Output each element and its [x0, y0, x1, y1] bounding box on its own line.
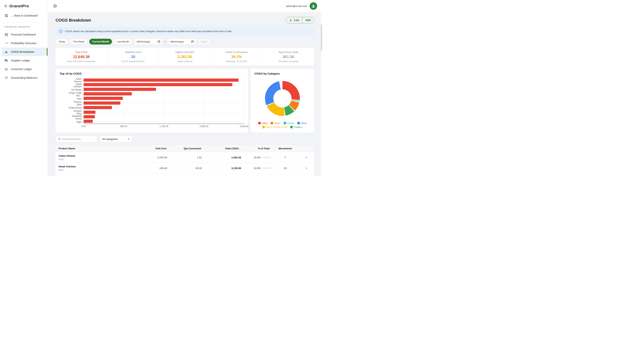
kpi-value: 39.2% [231, 55, 242, 59]
date-to-input[interactable]: dd/mm/yyyy [168, 38, 196, 45]
vertical-scrollbar[interactable] [320, 12, 322, 176]
sidebar: GranetPro ← Back to Dashboard FINANCIAL … [0, 0, 48, 176]
filter-row: Today This Week Current Month Last Month… [56, 38, 314, 45]
calendar-icon [191, 40, 194, 43]
top10-cogs-chart-card: Top 10 by COGS AdamCheeseSteakChickenHot… [56, 69, 248, 133]
col-total-cogs[interactable]: Total COGS ↓ [202, 147, 241, 150]
pct-text: 25.9% [254, 156, 261, 159]
col-unit-cost[interactable]: Unit Cost [134, 147, 167, 150]
export-csv-button[interactable]: CSV [286, 17, 302, 24]
user-avatar[interactable] [310, 2, 317, 10]
bar-Steak Chicken [84, 83, 232, 86]
kpi-label: Materials Used [125, 51, 141, 54]
total-cogs: 3,282.50 [202, 156, 241, 159]
kpi-avg-cost-per-order: Avg Cost per Order 361.38 35 orders in p… [262, 48, 314, 66]
table-row[interactable]: Steak Chicken Meat 105.00 30.00 3,150.00… [56, 163, 314, 173]
bar-Chicken Tikka [84, 111, 96, 114]
kpi-label: COGS % of Revenue [226, 51, 248, 54]
banner-text: COGS values are calculated using current… [65, 30, 232, 33]
bar-category-label: Eggs [60, 120, 84, 124]
table-row[interactable]: Adam Cheese Dairy 3,250.00 1.01 3,282.50… [56, 152, 314, 163]
bar-chart-title: Top 10 by COGS [60, 72, 244, 75]
bar-Tortilla Bread [84, 106, 112, 109]
col-product-name[interactable]: Product Name [56, 147, 134, 150]
pct-of-total: 24.9% [241, 167, 272, 169]
expand-row-button[interactable] [305, 166, 308, 170]
preset-last-month[interactable]: Last Month [114, 39, 132, 45]
x-tick-label: 850.00 [120, 125, 127, 128]
bar-Eggs [84, 120, 93, 123]
category-filter-select[interactable]: All Categories ▼ [100, 136, 132, 142]
sidebar-section-label: FINANCIAL INSIGHTS [0, 25, 48, 30]
gridline [84, 112, 244, 112]
sidebar-item-profitability-overview[interactable]: Profitability Overview [2, 39, 46, 48]
movements: 25 [272, 167, 298, 169]
table-header-row: Product Name Unit Cost Qty Consumed Tota… [56, 145, 314, 152]
brand-logo-icon [4, 4, 8, 8]
movements: 7 [272, 156, 298, 159]
legend-swatch [284, 122, 286, 124]
sidebar-item-cogs-breakdown[interactable]: COGS Breakdown [2, 48, 46, 56]
user-email: admin@crusti.com [286, 5, 307, 8]
legend-swatch [258, 122, 261, 124]
main-area: admin@crusti.com COGS Breakdown [48, 0, 322, 176]
search-input[interactable] [62, 138, 95, 140]
col-pct-of-total[interactable]: % of Total [241, 147, 272, 150]
sidebar-collapse-button[interactable] [52, 4, 58, 9]
product-category: Dairy [58, 158, 134, 160]
sidebar-item-label: Customer Ledger [11, 68, 32, 71]
pct-bar-track [262, 157, 271, 158]
page-content: COGS Breakdown CSV PDF [48, 12, 322, 176]
bar-chart-icon [4, 50, 8, 54]
sidebar-item-label: Supplier Ledger [11, 59, 30, 62]
legend-swatch [262, 126, 265, 128]
chevron-down-icon [305, 166, 308, 170]
gridline [244, 78, 244, 124]
sidebar-item-outstanding-balances[interactable]: Outstanding Balances [2, 73, 46, 82]
bar-Adam Cheese [84, 79, 238, 82]
product-name: Steak Chicken [58, 165, 134, 168]
unit-cost: 105.00 [134, 167, 167, 169]
menu-collapse-icon [53, 4, 58, 8]
col-movements[interactable]: Movements [272, 147, 298, 150]
cogs-by-category-card: COGS by Category DairyDawnDrinksMeatMenu… [250, 69, 314, 133]
apply-button[interactable]: Apply [198, 38, 210, 45]
kpi-cogs-pct-revenue: COGS % of Revenue 39.2% Revenue: 32,270.… [211, 48, 262, 66]
product-name: Hot Wings [58, 176, 134, 176]
bar-Sandwich Bread [84, 115, 95, 118]
category-filter-value: All Categories [102, 138, 118, 140]
scrollbar-thumb[interactable] [321, 25, 322, 51]
sidebar-item-financial-dashboard[interactable]: Financial Dashboard [2, 30, 46, 39]
x-tick-label: 0.00 [82, 125, 86, 128]
sidebar-item-customer-ledger[interactable]: Customer Ledger [2, 65, 46, 73]
unit-cost: 3,250.00 [134, 156, 167, 159]
bar-Fries [84, 97, 123, 100]
sort-desc-icon: ↓ [239, 147, 240, 150]
table-row[interactable]: Hot Wings Menu Frozen Food 32.00 48.00 1… [56, 173, 314, 176]
kpi-label: Avg Cost per Order [278, 51, 298, 54]
preset-today[interactable]: Today [56, 39, 68, 45]
brand: GranetPro [0, 3, 48, 11]
qty-consumed: 30.00 [167, 167, 202, 169]
x-tick-label: 1,700.00 [160, 125, 168, 128]
legend-item-meat: Meat [298, 122, 306, 124]
date-from-input[interactable]: dd/mm/yyyy [135, 38, 162, 45]
chevron-down-icon: ▼ [128, 138, 130, 140]
legend-swatch [298, 122, 300, 124]
donut-legend: DairyDawnDrinksMeatMenu Frozen FoodTrade… [254, 122, 310, 129]
legend-item-drinks: Drinks [284, 122, 294, 124]
export-pdf-button[interactable]: PDF [302, 17, 314, 24]
truck-icon [4, 59, 8, 62]
col-qty-consumed[interactable]: Qty Consumed [167, 147, 202, 150]
legend-swatch [270, 122, 273, 124]
back-to-dashboard[interactable]: ← Back to Dashboard [2, 11, 46, 20]
to-label: to [164, 40, 166, 43]
preset-current-month[interactable]: Current Month [89, 39, 112, 45]
bar-Hot Wings [84, 88, 156, 91]
kpi-sub: of 127 inventory items [122, 60, 144, 63]
sidebar-item-supplier-ledger[interactable]: Supplier Ledger [2, 56, 46, 65]
bar-Cheese Slice [84, 101, 120, 105]
preset-this-week[interactable]: This Week [70, 39, 88, 45]
pct-of-total: 25.9% [241, 156, 272, 159]
expand-row-button[interactable] [305, 156, 308, 159]
